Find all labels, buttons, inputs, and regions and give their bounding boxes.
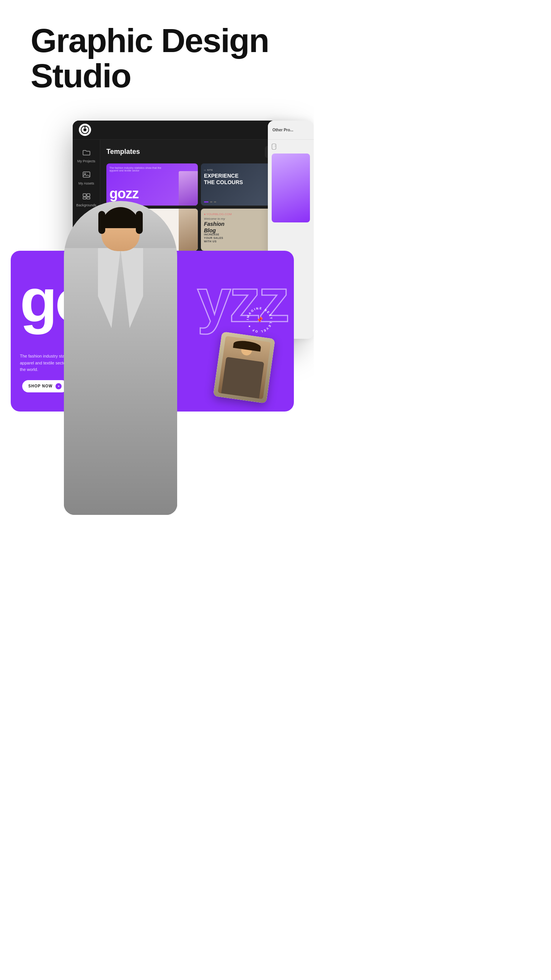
svg-rect-8 [87, 197, 90, 199]
right-panel-header: Other Pro... [268, 121, 314, 140]
template-dots [204, 201, 216, 203]
person-cutout [50, 201, 191, 515]
person-coat [64, 248, 177, 515]
page-wrapper: Graphic Design Studio [0, 0, 314, 980]
templates-title: Templates [106, 148, 140, 156]
svg-rect-6 [87, 194, 90, 196]
template-experience-text: EXPERIENCETHE COLOURS [204, 173, 243, 186]
person-hair-right [136, 211, 143, 234]
person-hair-element [101, 207, 140, 228]
title-line2: Studio [31, 57, 131, 95]
person-lapel-right [121, 248, 143, 328]
svg-rect-5 [83, 194, 86, 196]
template-fashion-blog-title: FashionBlog [204, 221, 225, 234]
image-icon [83, 171, 90, 180]
svg-rect-7 [83, 197, 86, 199]
svg-text:📌: 📌 [256, 317, 263, 323]
template-welcome-text: Welcome to my [204, 217, 225, 221]
sidebar-item-assets[interactable]: My Assets [74, 168, 99, 189]
template-site-label: — SITE [204, 169, 213, 171]
person-body-shape [221, 357, 264, 399]
app-main-header: Templates [106, 146, 292, 158]
person-body-main [64, 201, 177, 515]
banner-person-figure [218, 336, 271, 399]
sidebar-label-projects: My Projects [77, 159, 95, 163]
title-line1: Graphic Design [31, 21, 269, 59]
template-tagline: The fashion industry statistics show tha… [109, 167, 161, 172]
sidebar-item-projects[interactable]: My Projects [74, 146, 99, 167]
mockup-wrapper: My Projects My Assets [0, 121, 314, 580]
app-logo [79, 124, 91, 136]
svg-point-2 [84, 126, 86, 128]
person-figure [50, 201, 191, 515]
svg-point-1 [83, 128, 86, 131]
hero-section: Graphic Design Studio [0, 0, 314, 109]
banner-photo-card-inner [213, 332, 275, 403]
svg-rect-3 [83, 172, 90, 177]
template-blog-label: ♠ YOURBLOG.COM [204, 212, 232, 216]
person-hair-shape [233, 340, 261, 352]
person-hair-left [98, 211, 105, 234]
template-text-gozz: gozz [109, 186, 139, 202]
sidebar-label-assets: My Assets [78, 181, 94, 186]
banner-photo-card [213, 332, 275, 403]
template-card-gozz[interactable]: gozz The fashion industry statistics sho… [106, 163, 198, 206]
app-topbar [73, 121, 298, 140]
right-panel-file-icon-area [272, 144, 310, 150]
template-model-photo [179, 171, 198, 206]
folder-icon [83, 149, 90, 158]
right-panel-content [268, 140, 314, 226]
right-panel-title: Other Pro... [272, 128, 293, 132]
template-increase-sales: INCREASEYOUR SALESWITH US [204, 233, 223, 243]
page-title: Graphic Design Studio [31, 23, 283, 94]
shop-now-label: SHOP NOW [28, 384, 52, 388]
right-panel-preview-card [272, 154, 310, 222]
person-lapel-left [98, 248, 121, 328]
person-head-element [101, 207, 140, 251]
banner-rotating-badge: IMAGINE NEXT LEVEL OF ✦ 📌 [244, 305, 275, 337]
